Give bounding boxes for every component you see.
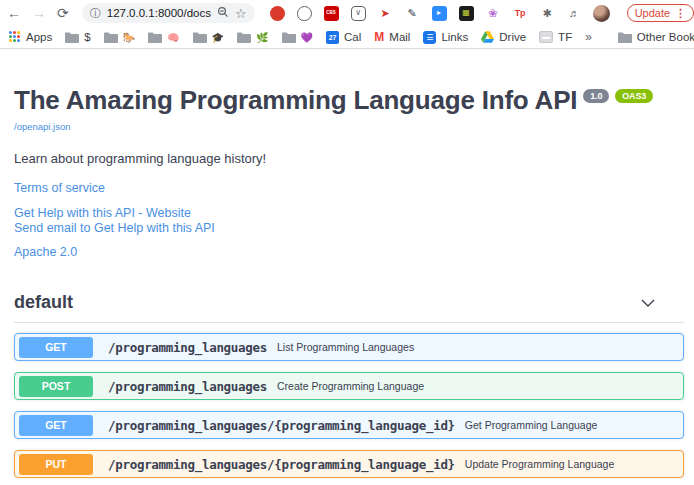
bookmark-links[interactable]: ☰Links — [423, 31, 468, 44]
bookmark-folder-horse[interactable]: 🐎 — [104, 32, 135, 43]
update-button[interactable]: Update ⋮ — [627, 4, 694, 22]
bookmark-drive[interactable]: Drive — [481, 31, 526, 43]
address-bar[interactable]: ⓘ 127.0.0.1:8000/docs ☆ — [82, 3, 255, 23]
method-button[interactable]: PUT — [19, 454, 93, 475]
bookmark-label: 🌿 — [256, 32, 268, 43]
bookmark-label: Mail — [389, 31, 410, 43]
api-title-text: The Amazing Programming Language Info AP… — [14, 85, 577, 116]
api-description: Learn about programming language history… — [14, 151, 684, 166]
cbs-extension-icon[interactable]: CBS — [324, 6, 339, 21]
operation-path: /programming_languages — [108, 340, 267, 355]
menu-dots-icon[interactable]: ⋮ — [675, 7, 686, 20]
links-icon: ☰ — [423, 31, 436, 44]
browser-toolbar: ← → ⟳ ⓘ 127.0.0.1:8000/docs ☆ CBS∨➤✎▸▦❀T… — [0, 0, 694, 26]
operation-summary: Update Programming Language — [465, 458, 614, 470]
folder-icon — [65, 32, 79, 43]
bookmark-folder-dollar[interactable]: $ — [65, 31, 90, 43]
folder-icon — [618, 32, 632, 43]
bookmark-label: Cal — [344, 31, 361, 43]
bookmark-label: Drive — [499, 31, 526, 43]
bookmark-label: $ — [84, 31, 90, 43]
pattern-extension-icon[interactable]: ▦ — [459, 6, 474, 21]
section-default-header[interactable]: default — [14, 292, 684, 323]
bookmark-label: Apps — [26, 31, 52, 43]
drive-icon — [481, 31, 494, 43]
license-link[interactable]: Apache 2.0 — [14, 245, 684, 259]
info-links: Terms of service Get Help with this API … — [14, 181, 684, 259]
apps-grid-icon — [9, 31, 21, 43]
gmail-icon: M — [374, 30, 384, 44]
grey-star-extension-icon[interactable]: ✱ — [540, 6, 555, 21]
version-badge: 1.0 — [583, 89, 609, 103]
flower-extension-icon[interactable]: ❀ — [486, 6, 501, 21]
red-arrow-extension-icon[interactable]: ➤ — [378, 6, 393, 21]
swagger-page: The Amazing Programming Language Info AP… — [0, 85, 694, 485]
forward-button[interactable]: → — [32, 6, 46, 20]
operation-summary: List Programming Languages — [277, 341, 414, 353]
folder-icon — [282, 32, 296, 43]
bookmark-folder-gradcap[interactable]: 🎓 — [193, 32, 224, 43]
reload-button[interactable]: ⟳ — [57, 6, 69, 20]
operation-path: /programming_languages/{programming_lang… — [108, 457, 455, 472]
chevron-down-icon[interactable] — [640, 295, 656, 311]
eyedropper-extension-icon[interactable]: ✎ — [405, 6, 420, 21]
bookmark-apps[interactable]: Apps — [9, 31, 52, 43]
bookmark-folder-green-plant[interactable]: 🌿 — [237, 32, 268, 43]
update-label: Update — [635, 7, 670, 19]
method-button[interactable]: GET — [19, 415, 93, 436]
tf-icon — [539, 31, 553, 43]
openapi-json-link[interactable]: /openapi.json — [14, 121, 71, 132]
bookmark-calendar[interactable]: 27Cal — [326, 31, 361, 44]
bookmark-label: Links — [441, 31, 468, 43]
bookmark-label: 🐎 — [123, 32, 135, 43]
other-bookmarks[interactable]: Other Bookmarks — [618, 31, 694, 43]
video-camera-extension-icon[interactable]: ▸ — [432, 6, 447, 21]
url-text: 127.0.0.1:8000/docs — [107, 7, 211, 19]
operations-list: GET /programming_languages List Programm… — [14, 333, 684, 485]
operation-path: /programming_languages/{programming_lang… — [108, 418, 455, 433]
folder-icon — [193, 32, 207, 43]
operation-summary: Get Programming Language — [465, 419, 598, 431]
method-button[interactable]: POST — [19, 376, 93, 397]
help-email-link[interactable]: Send email to Get Help with this API — [14, 221, 684, 235]
bookmark-mail[interactable]: MMail — [374, 30, 410, 44]
playlist-extension-icon[interactable]: ♬ — [567, 6, 582, 21]
operation-path: /programming_languages — [108, 379, 267, 394]
operation-get-row[interactable]: GET /programming_languages/{programming_… — [14, 411, 684, 439]
bookmark-label: TF — [558, 31, 572, 43]
operation-post-row[interactable]: POST /programming_languages Create Progr… — [14, 372, 684, 400]
bookmark-star-icon[interactable]: ☆ — [235, 6, 247, 21]
oas3-badge: OAS3 — [615, 89, 653, 103]
bookmark-label: 🎓 — [212, 32, 224, 43]
bookmark-tf[interactable]: TF — [539, 31, 572, 43]
operation-summary: Create Programming Language — [277, 380, 424, 392]
bookmark-folder-brain[interactable]: 🧠 — [148, 32, 179, 43]
bookmark-label: 🧠 — [167, 32, 179, 43]
folder-icon — [148, 32, 162, 43]
profile-avatar[interactable] — [593, 5, 610, 22]
pocket-extension-icon[interactable]: ∨ — [351, 6, 366, 21]
tp-extension-icon[interactable]: Tp — [513, 6, 528, 21]
method-button[interactable]: GET — [19, 337, 93, 358]
red-circle-extension-icon[interactable] — [270, 6, 285, 21]
calendar-icon: 27 — [326, 31, 339, 44]
bookmarks-overflow-chevron[interactable]: » — [585, 30, 592, 44]
terms-of-service-link[interactable]: Terms of service — [14, 181, 684, 195]
help-website-link[interactable]: Get Help with this API - Website — [14, 206, 684, 220]
site-info-icon[interactable]: ⓘ — [90, 6, 101, 21]
zoom-out-icon[interactable] — [217, 4, 229, 22]
bookmarks-bar: Apps $🐎🧠🎓🌿💜27CalMMail☰LinksDriveTF » Oth… — [0, 26, 694, 49]
section-title: default — [14, 292, 73, 313]
operation-get-row[interactable]: GET /programming_languages List Programm… — [14, 333, 684, 361]
other-bookmarks-label: Other Bookmarks — [637, 31, 694, 43]
extensions-row: CBS∨➤✎▸▦❀Tp✱♬ — [270, 6, 582, 21]
bookmark-label: 💜 — [301, 32, 313, 43]
folder-icon — [237, 32, 251, 43]
operation-put-row[interactable]: PUT /programming_languages/{programming_… — [14, 450, 684, 478]
back-button[interactable]: ← — [7, 6, 21, 20]
page-title: The Amazing Programming Language Info AP… — [14, 85, 684, 116]
bookmark-folder-purple-heart[interactable]: 💜 — [282, 32, 313, 43]
chat-bubble-extension-icon[interactable] — [297, 6, 312, 21]
folder-icon — [104, 32, 118, 43]
